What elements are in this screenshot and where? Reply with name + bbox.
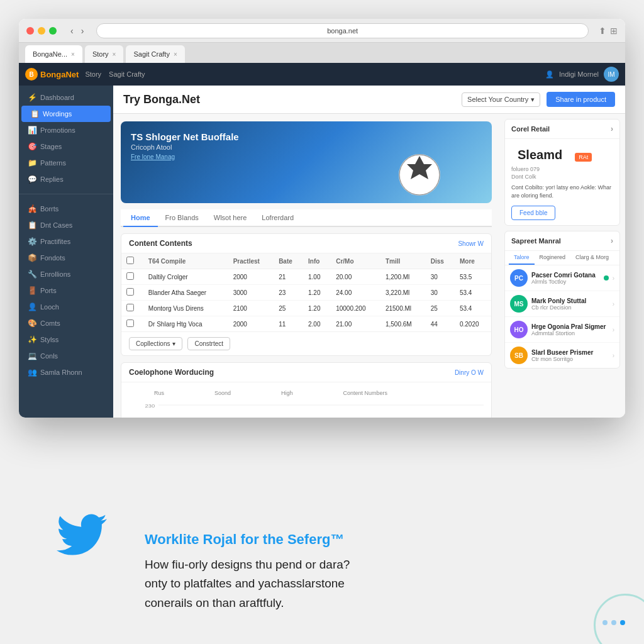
share-icon[interactable]: ⬆ <box>599 26 606 36</box>
comts-icon: 🎨 <box>28 319 36 328</box>
sidebar-item-ports[interactable]: 🚪 Ports <box>19 282 113 299</box>
row-checkbox[interactable] <box>126 319 134 327</box>
header-actions: Select Your Country ▾ Share in product <box>462 92 615 107</box>
minimize-button[interactable] <box>38 27 45 35</box>
row-v5: 21500.Ml <box>380 301 426 316</box>
sidebar-item-enrollions[interactable]: 🔧 Enrollions <box>19 266 113 282</box>
twitter-bird-icon <box>53 509 110 560</box>
row-checkbox[interactable] <box>126 272 134 280</box>
online-indicator-1 <box>604 275 609 280</box>
chevron-down-icon: ▾ <box>531 96 535 104</box>
sidebar-label-dntcases: Dnt Cases <box>40 221 72 229</box>
row-v3: 1.20 <box>303 285 331 301</box>
sidebar-item-samlarhonn[interactable]: 👥 Samla Rhonn <box>19 364 113 380</box>
sidebar-label-looch: Looch <box>40 303 59 311</box>
tabs-icon[interactable]: ⊞ <box>610 26 618 36</box>
tab-lofrerdard[interactable]: Lofrerdard <box>254 209 301 227</box>
hero-link[interactable]: Fre lone Manag <box>131 153 239 160</box>
people-panel-arrow[interactable]: › <box>611 236 613 245</box>
sidebar-label-enrollions: Enrollions <box>40 270 70 278</box>
sidebar-item-promotions[interactable]: 📊 Promotions <box>19 122 113 138</box>
feed-button[interactable]: Feed bble <box>511 206 555 220</box>
person-item-4[interactable]: SB Slarl Buseer Prismer Ctr mon Sorritgo… <box>505 343 619 368</box>
sidebar-item-fondots[interactable]: 📦 Fondots <box>19 250 113 266</box>
user-icon: 👤 <box>545 70 554 79</box>
col-diss: Diss <box>426 253 455 269</box>
person-avatar-3: HO <box>510 321 528 338</box>
url-bar[interactable]: bonga.net <box>96 23 589 38</box>
tab-close-1[interactable]: × <box>71 51 75 58</box>
tab-home[interactable]: Home <box>123 209 158 227</box>
content-table: T64 Compile Practlest Bate Info Cr/Mo Tm… <box>121 253 491 331</box>
person-item-1[interactable]: PC Pacser Comri Gotana Alrmls Toctloy › <box>505 265 619 291</box>
close-button[interactable] <box>26 27 34 35</box>
sidebar-item-comts[interactable]: 🎨 Comts <box>19 315 113 331</box>
row-v6: 30 <box>426 285 455 301</box>
row-v7: 0.2020 <box>455 316 491 332</box>
row-v4: 24.00 <box>331 285 380 301</box>
sidebar-label-stylss: Stylss <box>40 336 58 343</box>
sidebar-item-conls[interactable]: 💻 Conls <box>19 348 113 364</box>
chart-link[interactable]: Dinry O W <box>455 369 484 376</box>
sidebar-item-stages[interactable]: 🎯 Stages <box>19 138 113 155</box>
sidebar-item-practifites[interactable]: ⚙️ Practifites <box>19 233 113 250</box>
row-checkbox[interactable] <box>126 288 134 296</box>
sidebar-item-patterns[interactable]: 📁 Patterns <box>19 155 113 171</box>
person-info-4: Slarl Buseer Prismer Ctr mon Sorritgo <box>531 349 609 362</box>
maximize-button[interactable] <box>49 27 57 35</box>
sidebar-item-wordings[interactable]: 📋 Wordings <box>21 106 111 122</box>
twitter-bird-container <box>53 509 110 562</box>
sidebar-item-replies[interactable]: 💬 Replies <box>19 171 113 187</box>
tab-label: Story <box>92 50 109 58</box>
tab-wlsothere[interactable]: Wlsot here <box>206 209 255 227</box>
row-v1: 3000 <box>228 285 274 301</box>
cort-retail-card: Corel Retail › Sleamd RAt foluero 079 Do… <box>504 119 620 226</box>
person-item-2[interactable]: MS Mark Ponly Stuttal Cb rlcr Decision › <box>505 291 619 317</box>
content-table-link[interactable]: Showr W <box>458 240 484 247</box>
topbar-link-sagit[interactable]: Sagit Crafty <box>109 70 145 78</box>
country-select[interactable]: Select Your Country ▾ <box>462 92 540 107</box>
browser-tab-3[interactable]: Sagit Crafty × <box>126 45 184 63</box>
url-text: bonga.net <box>327 27 358 35</box>
sidebar-item-dntcases[interactable]: 📋 Dnt Cases <box>19 217 113 233</box>
share-button[interactable]: Share in product <box>547 92 615 107</box>
people-tab-talore[interactable]: Talore <box>509 251 535 265</box>
back-button[interactable]: ‹ <box>68 25 76 37</box>
nav-arrows: ‹ › <box>68 25 86 37</box>
person-name-1: Pacser Comri Gotana <box>531 272 600 279</box>
cort-retail-arrow[interactable]: › <box>611 125 613 133</box>
sidebar-item-looch[interactable]: 👤 Looch <box>19 299 113 315</box>
tab-close-2[interactable]: × <box>113 51 116 58</box>
constrtect-button[interactable]: Constrtect <box>187 337 230 350</box>
main-content: Try Bonga.Net Select Your Country ▾ Shar… <box>113 86 625 418</box>
browser-tab-2[interactable]: Story × <box>85 45 124 63</box>
people-tab-clarg[interactable]: Clarg & Morg <box>570 251 614 265</box>
row-v2: 25 <box>274 301 303 316</box>
tab-froblands[interactable]: Fro Blands <box>158 209 206 227</box>
people-tab-roginered[interactable]: Roginered <box>535 251 571 265</box>
browser-tab-1[interactable]: BongaNe... × <box>25 45 82 63</box>
sidebar-item-dashboard[interactable]: ⚡ Dashboard <box>19 89 113 106</box>
collections-button[interactable]: Copllections ▾ <box>129 337 182 350</box>
person-item-3[interactable]: HO Hrge Ogonia Pral Sigmer Admmtal Stort… <box>505 317 619 343</box>
sidebar-item-borrts[interactable]: 🎪 Borrts <box>19 201 113 217</box>
topbar-link-story[interactable]: Story <box>85 70 101 78</box>
logo-icon: B <box>25 68 38 80</box>
table-row: Dr Shlarg Htg Voca 2000 11 2.00 21.00 1,… <box>121 316 491 332</box>
collections-label: Copllections <box>136 340 170 347</box>
forward-button[interactable]: › <box>79 25 87 37</box>
stylss-icon: ✨ <box>28 335 36 344</box>
practifites-icon: ⚙️ <box>28 237 36 246</box>
row-checkbox[interactable] <box>126 304 134 311</box>
people-tabs: Talore Roginered Clarg & Morg <box>505 251 619 265</box>
person-info-1: Pacser Comri Gotana Alrmls Toctloy <box>531 272 600 285</box>
content-area: TS Shloger Net Buoffale Cricoph Atool Fr… <box>113 114 625 418</box>
col-practlest: Practlest <box>228 253 274 269</box>
select-all-checkbox[interactable] <box>126 257 134 264</box>
user-avatar[interactable]: IM <box>604 67 619 82</box>
tab-close-3[interactable]: × <box>174 51 177 58</box>
sidebar-section-secondary: 🎪 Borrts 📋 Dnt Cases ⚙️ Practifites 📦 Fo… <box>19 197 113 384</box>
sidebar-item-stylss[interactable]: ✨ Stylss <box>19 331 113 348</box>
row-v6: 30 <box>426 269 455 285</box>
samlarhonn-icon: 👥 <box>28 368 36 377</box>
